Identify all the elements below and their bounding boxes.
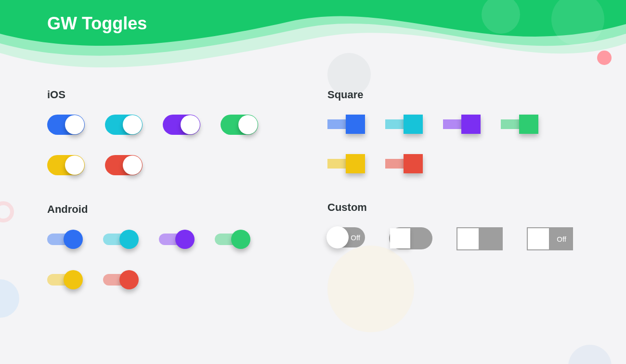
toggle-knob bbox=[181, 115, 200, 134]
toggle-square-yellow[interactable] bbox=[327, 154, 365, 173]
toggle-knob bbox=[119, 230, 139, 249]
toggle-knob bbox=[326, 226, 349, 248]
toggle-knob bbox=[404, 154, 423, 173]
toggle-knob bbox=[346, 115, 365, 134]
toggle-ios-red[interactable] bbox=[105, 155, 143, 175]
toggle-custom-2[interactable] bbox=[456, 227, 503, 250]
toggle-android-cyan[interactable] bbox=[103, 229, 139, 249]
toggle-knob bbox=[346, 154, 365, 173]
section-title-ios: iOS bbox=[47, 89, 299, 101]
toggle-knob bbox=[457, 228, 479, 249]
toggle-custom-3[interactable]: Off bbox=[527, 227, 573, 250]
section-title-android: Android bbox=[47, 203, 299, 216]
toggle-knob bbox=[64, 270, 83, 289]
toggle-knob bbox=[123, 115, 142, 134]
toggle-ios-cyan[interactable] bbox=[105, 115, 143, 135]
toggle-knob bbox=[404, 115, 423, 134]
toggle-android-blue[interactable] bbox=[47, 229, 83, 249]
toggle-knob bbox=[231, 230, 250, 249]
toggle-square-green[interactable] bbox=[501, 115, 538, 134]
toggle-ios-purple[interactable] bbox=[163, 115, 200, 135]
toggle-android-yellow[interactable] bbox=[47, 270, 83, 290]
toggle-custom-0[interactable]: Off bbox=[327, 227, 365, 247]
section-android: Android bbox=[47, 203, 299, 290]
toggle-knob bbox=[65, 156, 84, 175]
toggle-ios-green[interactable] bbox=[221, 115, 258, 135]
toggle-label: Off bbox=[351, 234, 360, 242]
toggle-knob bbox=[175, 230, 195, 249]
section-square: Square bbox=[327, 89, 579, 173]
toggle-knob bbox=[519, 115, 538, 134]
toggle-square-blue[interactable] bbox=[327, 115, 365, 134]
toggle-custom-1[interactable] bbox=[389, 227, 432, 249]
toggle-square-cyan[interactable] bbox=[385, 115, 423, 134]
decoration-circle bbox=[568, 345, 612, 364]
toggle-knob bbox=[119, 270, 139, 289]
section-ios: iOS bbox=[47, 89, 299, 175]
toggle-knob bbox=[390, 228, 410, 248]
section-custom: Custom OffOff bbox=[327, 201, 579, 250]
toggle-android-red[interactable] bbox=[103, 270, 139, 290]
toggle-knob bbox=[528, 228, 549, 249]
toggle-square-red[interactable] bbox=[385, 154, 423, 173]
toggle-knob bbox=[123, 156, 142, 175]
toggle-android-green[interactable] bbox=[215, 229, 250, 249]
toggle-ios-blue[interactable] bbox=[47, 115, 85, 135]
toggle-knob bbox=[461, 115, 481, 134]
toggle-knob bbox=[65, 115, 84, 134]
toggle-knob bbox=[64, 230, 83, 249]
section-title-square: Square bbox=[327, 89, 579, 101]
toggle-knob bbox=[238, 115, 258, 134]
toggle-ios-yellow[interactable] bbox=[47, 155, 85, 175]
toggle-square-purple[interactable] bbox=[443, 115, 481, 134]
section-title-custom: Custom bbox=[327, 201, 579, 214]
toggle-android-purple[interactable] bbox=[159, 229, 195, 249]
toggle-label: Off bbox=[557, 235, 566, 243]
